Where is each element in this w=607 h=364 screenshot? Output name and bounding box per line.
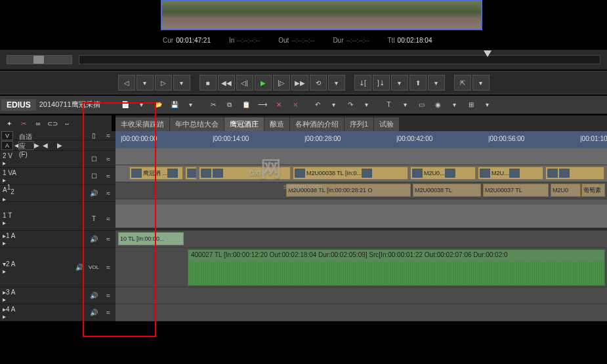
rewind-button[interactable]: ◀◀ <box>218 75 235 91</box>
next-edit-icon[interactable]: ▶ <box>52 142 67 149</box>
video-patch-toggle[interactable]: V <box>1 131 13 140</box>
zoom-handle[interactable] <box>33 56 44 64</box>
set-out-button[interactable]: ▷ <box>155 75 172 91</box>
track-mute-icon[interactable]: 🔊 <box>87 190 101 197</box>
track-wave-icon[interactable]: ≈ <box>101 172 115 180</box>
track-wave-icon[interactable]: ≈ <box>101 292 115 299</box>
track-mute-icon[interactable]: 🔊 <box>87 292 101 299</box>
normal-mode-button[interactable]: ✦ <box>3 117 16 129</box>
undo-button[interactable]: ↶ <box>310 98 325 111</box>
export-button[interactable]: ⇱ <box>454 75 471 91</box>
time-ruler[interactable]: |00:00:00:00|00:00:14:00|00:00:28:00|00:… <box>115 131 607 148</box>
new-button[interactable]: 📄 <box>118 98 133 111</box>
redo-button[interactable]: ↷ <box>343 98 358 111</box>
title-button[interactable]: T <box>382 98 396 111</box>
track-wave-icon[interactable]: ≈ <box>101 264 115 271</box>
track-header-2a[interactable]: ▾2 A▸🔊VOL≈ <box>0 248 115 287</box>
track-header-3a[interactable]: ▸3 A▸🔊≈ <box>0 287 115 304</box>
set-in-dropdown[interactable]: ▾ <box>136 75 154 91</box>
trim-mode-button[interactable]: ✂ <box>17 117 30 129</box>
track-mute-icon[interactable]: 🔊 <box>87 235 101 243</box>
video-clip[interactable]: M2U00038 TL [In:0... <box>293 167 408 180</box>
lock-icon[interactable]: ▯ <box>87 132 101 139</box>
track-wave-icon[interactable]: ≈ <box>101 155 115 163</box>
track-wave-icon[interactable]: ≈ <box>101 190 115 197</box>
jump-in-button[interactable]: ⤓[ <box>354 75 371 91</box>
track-header-a12[interactable]: A12▸🔊≈ <box>0 185 115 202</box>
paste-button[interactable]: 📋 <box>239 98 253 111</box>
audio-clip[interactable]: M2U00038 TL <box>413 184 481 197</box>
title-dropdown[interactable]: ▾ <box>398 98 413 111</box>
capture-button[interactable]: ◉ <box>431 98 446 111</box>
track-header-1va[interactable]: 1 VA▸☐≈ <box>0 168 115 185</box>
set-out-dropdown[interactable]: ▾ <box>173 75 190 91</box>
track-2v[interactable] <box>115 148 607 165</box>
audio-clip[interactable]: M2U0 <box>551 184 581 197</box>
track-mute-icon[interactable]: ☐ <box>87 155 101 163</box>
track-mute-icon[interactable]: 🔊 <box>87 309 101 316</box>
redo-dropdown[interactable]: ▾ <box>360 98 374 111</box>
video-clip[interactable]: M2U... <box>478 167 543 180</box>
delete-button[interactable]: ✕ <box>272 98 286 111</box>
next-frame-button[interactable]: |▷ <box>273 75 290 91</box>
position-bar[interactable] <box>79 55 600 64</box>
sequence-tab[interactable]: 各种酒的介绍 <box>290 117 344 131</box>
track-header-1t[interactable]: 1 T▸T≈ <box>0 207 115 231</box>
video-clip[interactable]: 鹰冠酒 ... <box>129 167 183 180</box>
track-1va-audio[interactable]: M2U00038 TL [In:00:00:28:21 OM2U00038 TL… <box>115 182 607 199</box>
track-2a[interactable]: 400027 TL [In:00:00:12:20 Out:00:02:18:0… <box>115 248 607 287</box>
sync-icon[interactable]: ≈ <box>101 132 115 139</box>
track-wave-icon[interactable]: ≈ <box>101 215 115 222</box>
audio-clip[interactable]: 400027 TL [In:00:00:12:20 Out:00:02:18:0… <box>188 249 605 286</box>
track-3a[interactable] <box>115 287 607 304</box>
playhead-marker[interactable] <box>484 51 492 57</box>
group-button[interactable]: ⊂⊃ <box>46 117 59 129</box>
audio-clip[interactable]: M2U00038 TL [In:00:00:28:21 O <box>286 184 411 197</box>
track-header-1a[interactable]: ▸1 A▸🔊≈ <box>0 231 115 248</box>
marker-dropdown[interactable]: ▾ <box>428 75 445 91</box>
track-wave-icon[interactable]: ≈ <box>101 309 115 316</box>
render-dropdown[interactable]: ▾ <box>480 98 495 111</box>
layout-button[interactable]: ▭ <box>415 98 429 111</box>
prev-edit-icon[interactable]: ◀ <box>38 142 52 149</box>
jump-out-dropdown[interactable]: ▾ <box>391 75 408 91</box>
link-button[interactable]: ∞ <box>31 117 45 129</box>
render-button[interactable]: ⊞ <box>464 98 478 111</box>
sequence-tab[interactable]: 酿造 <box>264 117 289 131</box>
audio-patch-toggle[interactable]: A <box>1 141 13 150</box>
video-clip[interactable] <box>545 167 604 180</box>
set-in-button[interactable]: ◁ <box>118 75 135 91</box>
track-1t[interactable] <box>115 205 607 228</box>
track-4a[interactable] <box>115 304 607 321</box>
ripple-delete-button[interactable]: ⤫ <box>288 98 303 111</box>
track-mute-icon[interactable]: 🔊 <box>72 264 87 271</box>
cut-button[interactable]: ✂ <box>206 98 220 111</box>
save-button[interactable]: 💾 <box>167 98 182 111</box>
video-clip[interactable] <box>199 167 291 180</box>
loop-button[interactable]: ⟲ <box>310 75 327 91</box>
capture-dropdown[interactable]: ▾ <box>448 98 462 111</box>
marker-button[interactable]: ⬆ <box>409 75 427 91</box>
track-mute-icon[interactable]: T <box>87 215 101 222</box>
track-header-2v[interactable]: 2 V▸☐≈ <box>0 151 115 168</box>
new-seq-button[interactable]: ▾ <box>135 98 149 111</box>
jump-out-button[interactable]: ]⤓ <box>373 75 390 91</box>
video-clip[interactable] <box>185 167 197 180</box>
audio-clip[interactable]: M2U00037 TL <box>483 184 549 197</box>
ripple-button[interactable]: ⟶ <box>255 98 270 111</box>
track-mute-icon[interactable]: ☐ <box>87 172 101 180</box>
sequence-tab[interactable]: 试验 <box>374 117 399 131</box>
ripple-mode-button[interactable]: ↔ <box>60 117 73 129</box>
sequence-tab[interactable]: 序列1 <box>345 117 373 131</box>
undo-dropdown[interactable]: ▾ <box>327 98 341 111</box>
fast-forward-button[interactable]: ▶▶ <box>291 75 308 91</box>
title-clip[interactable]: 10 TL [In:00:00... <box>118 232 184 245</box>
sequence-tab[interactable]: 年中总结大会 <box>170 117 224 131</box>
copy-button[interactable]: ⧉ <box>222 98 237 111</box>
fit-button[interactable]: 自适应(F) <box>18 141 34 150</box>
track-1a[interactable]: 10 TL [In:00:00... <box>115 231 607 248</box>
play-button[interactable]: ▶ <box>255 75 272 91</box>
zoom-slider[interactable] <box>7 55 72 64</box>
open-button[interactable]: 📂 <box>151 98 165 111</box>
sequence-tab[interactable]: 丰收采摘踩踏 <box>115 117 169 131</box>
